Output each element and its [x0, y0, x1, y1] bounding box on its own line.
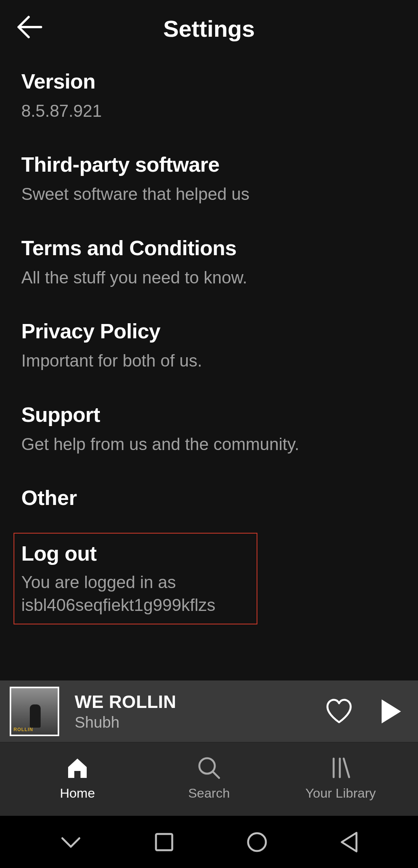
header-bar: Settings: [0, 0, 418, 54]
svg-rect-5: [156, 834, 172, 850]
item-title: Privacy Policy: [21, 319, 397, 343]
sys-home-icon[interactable]: [246, 831, 268, 853]
album-art: ROLLIN: [10, 687, 59, 736]
nav-label: Home: [60, 786, 95, 801]
track-title: WE ROLLIN: [75, 691, 325, 712]
system-nav-bar: [0, 816, 418, 868]
track-artist: Shubh: [75, 714, 325, 731]
now-playing-bar[interactable]: ROLLIN WE ROLLIN Shubh: [0, 680, 418, 742]
svg-line-1: [213, 772, 219, 778]
page-title: Settings: [15, 15, 403, 42]
settings-item-privacy[interactable]: Privacy Policy Important for both of us.: [21, 319, 397, 372]
album-art-text: ROLLIN: [14, 727, 33, 732]
item-subtitle: All the stuff you need to know.: [21, 266, 397, 289]
sys-recent-icon[interactable]: [154, 832, 174, 852]
now-playing-info: WE ROLLIN Shubh: [75, 691, 325, 731]
item-subtitle: Important for both of us.: [21, 349, 397, 372]
settings-item-logout[interactable]: Log out You are logged in as isbl406seqf…: [14, 533, 257, 624]
settings-item-version[interactable]: Version 8.5.87.921: [21, 69, 397, 122]
nav-home[interactable]: Home: [12, 755, 143, 801]
item-subtitle: Sweet software that helped us: [21, 182, 397, 205]
settings-screen: Settings Version 8.5.87.921 Third-party …: [0, 0, 418, 868]
item-title: Third-party software: [21, 152, 397, 176]
nav-label: Search: [188, 786, 230, 801]
item-title: Terms and Conditions: [21, 236, 397, 260]
item-title: Version: [21, 69, 397, 93]
now-playing-actions: [325, 698, 403, 725]
svg-point-6: [248, 833, 266, 851]
item-title: Log out: [21, 541, 250, 565]
search-icon: [197, 755, 221, 780]
nav-label: Your Library: [305, 786, 376, 801]
nav-search[interactable]: Search: [143, 755, 275, 801]
settings-item-support[interactable]: Support Get help from us and the communi…: [21, 402, 397, 455]
settings-list: Version 8.5.87.921 Third-party software …: [0, 54, 418, 680]
item-subtitle: 8.5.87.921: [21, 99, 397, 122]
svg-line-4: [344, 759, 349, 777]
library-icon: [328, 755, 353, 780]
sys-collapse-icon[interactable]: [59, 834, 82, 850]
bottom-nav: Home Search Your Library: [0, 742, 418, 816]
item-subtitle: You are logged in as isbl406seqfiekt1g99…: [21, 571, 250, 617]
settings-item-third-party[interactable]: Third-party software Sweet software that…: [21, 152, 397, 205]
sys-back-icon[interactable]: [339, 831, 359, 853]
settings-item-terms[interactable]: Terms and Conditions All the stuff you n…: [21, 236, 397, 289]
home-icon: [65, 755, 90, 780]
item-title: Support: [21, 402, 397, 426]
play-icon[interactable]: [380, 699, 403, 724]
section-header-other: Other: [21, 486, 397, 510]
item-subtitle: Get help from us and the community.: [21, 433, 397, 455]
heart-icon[interactable]: [325, 698, 353, 725]
back-icon[interactable]: [15, 15, 43, 39]
nav-library[interactable]: Your Library: [275, 755, 406, 801]
